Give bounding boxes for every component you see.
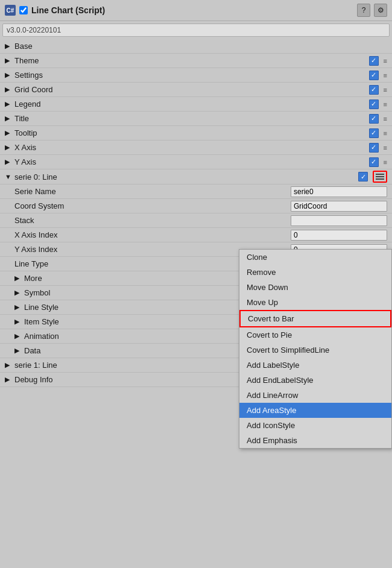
prop-value-theme: ✓ ≡ [369,56,387,66]
menu-icon-title[interactable]: ≡ [384,115,387,122]
menu-icon-settings[interactable]: ≡ [384,72,387,79]
prop-label-xaxis: X Axis [14,143,369,152]
ctx-item-add-areastyle[interactable]: Add AreaStyle [239,403,391,418]
prop-label-base: Base [14,42,387,51]
prop-row-coord-system: Coord System [0,199,392,213]
prop-value-stack [291,215,387,226]
expand-arrow-tooltip: ▶ [5,129,12,137]
prop-label-settings: Settings [14,71,369,80]
expand-arrow-line-style: ▶ [14,303,22,311]
prop-value-yaxis: ✓ ≡ [369,157,387,167]
header: C# Line Chart (Script) ? ⚙ [0,0,392,21]
cs-icon: C# [5,5,16,16]
prop-label-xaxis-index: X Axis Index [14,230,291,239]
expand-arrow-theme: ▶ [5,57,12,65]
context-menu: Clone Remove Move Down Move Up Covert to… [239,249,392,449]
help-button[interactable]: ? [357,4,370,17]
input-serie-name[interactable] [291,186,387,197]
prop-row-tooltip[interactable]: ▶ Tooltip ✓ ≡ [0,126,392,140]
expand-arrow-more: ▶ [14,274,22,282]
prop-value-serie-name [291,186,387,197]
checkbox-settings[interactable]: ✓ [369,71,379,80]
ctx-item-covert-bar[interactable]: Covert to Bar [239,310,391,327]
prop-value-legend: ✓ ≡ [369,99,387,109]
expand-arrow-serie0: ▼ [5,173,12,180]
checkbox-theme[interactable]: ✓ [369,56,379,66]
prop-value-tooltip: ✓ ≡ [369,128,387,138]
prop-row-serie0[interactable]: ▼ serie 0: Line ✓ [0,169,392,185]
prop-row-legend[interactable]: ▶ Legend ✓ ≡ [0,97,392,112]
prop-row-xaxis-index: X Axis Index [0,228,392,242]
prop-value-xaxis: ✓ ≡ [369,143,387,153]
prop-row-xaxis[interactable]: ▶ X Axis ✓ ≡ [0,140,392,155]
ctx-item-add-iconstyle[interactable]: Add IconStyle [239,418,391,433]
checkbox-tooltip[interactable]: ✓ [369,128,379,138]
ctx-item-move-down[interactable]: Move Down [239,280,391,295]
menu-icon-xaxis[interactable]: ≡ [384,144,387,151]
expand-arrow-gridcoord: ▶ [5,86,12,93]
prop-row-gridcoord[interactable]: ▶ Grid Coord ✓ ≡ [0,83,392,97]
menu-icon-theme[interactable]: ≡ [384,57,387,65]
prop-label-legend: Legend [14,99,369,109]
expand-arrow-animation: ▶ [14,332,22,340]
input-coord-system[interactable] [291,201,387,212]
header-checkbox[interactable] [19,6,28,14]
prop-value-coord-system [291,201,387,212]
menu-icon-gridcoord[interactable]: ≡ [384,86,387,93]
ctx-item-add-endlabelstyle[interactable]: Add EndLabelStyle [239,373,391,388]
ctx-item-clone[interactable]: Clone [239,250,391,265]
checkbox-serie0[interactable]: ✓ [358,172,368,181]
prop-label-yaxis: Y Axis [14,157,369,166]
content-area: ▶ Base ▶ Theme ✓ ≡ ▶ Settings ✓ ≡ ▶ Grid… [0,39,392,387]
prop-row-settings[interactable]: ▶ Settings ✓ ≡ [0,68,392,83]
checkbox-gridcoord[interactable]: ✓ [369,85,379,95]
prop-value-serie0: ✓ [358,171,387,183]
prop-row-title[interactable]: ▶ Title ✓ ≡ [0,112,392,126]
prop-label-serie-name: Serie Name [14,187,291,196]
ctx-item-add-labelstyle[interactable]: Add LabelStyle [239,358,391,373]
expand-arrow-item-style: ▶ [14,318,22,326]
prop-row-theme[interactable]: ▶ Theme ✓ ≡ [0,54,392,68]
ctx-item-add-emphasis[interactable]: Add Emphasis [239,433,391,448]
prop-value-settings: ✓ ≡ [369,71,387,80]
prop-value-gridcoord: ✓ ≡ [369,85,387,95]
prop-label-gridcoord: Grid Coord [14,85,369,94]
checkbox-xaxis[interactable]: ✓ [369,143,379,153]
menu-icon-tooltip[interactable]: ≡ [384,130,387,137]
expand-arrow-xaxis: ▶ [5,144,12,151]
ctx-item-remove[interactable]: Remove [239,265,391,280]
prop-label-tooltip: Tooltip [14,128,369,137]
expand-arrow-base: ▶ [5,42,12,50]
prop-row-base[interactable]: ▶ Base [0,39,392,54]
expand-arrow-data: ▶ [14,347,22,355]
input-stack[interactable] [291,215,387,226]
expand-arrow-serie1: ▶ [5,361,12,369]
prop-value-xaxis-index [291,230,387,241]
settings-button[interactable]: ⚙ [374,4,387,17]
expand-arrow-legend: ▶ [5,100,12,108]
menu-icon-serie0[interactable] [373,171,387,183]
menu-icon-yaxis[interactable]: ≡ [384,159,387,166]
checkbox-legend[interactable]: ✓ [369,99,379,109]
expand-arrow-symbol: ▶ [14,289,22,297]
checkbox-yaxis[interactable]: ✓ [369,157,379,167]
prop-label-theme: Theme [14,56,369,65]
menu-icon-legend[interactable]: ≡ [384,101,387,108]
prop-label-serie0: serie 0: Line [14,172,358,181]
ctx-item-covert-simplified[interactable]: Covert to SimplifiedLine [239,342,391,358]
checkbox-title[interactable]: ✓ [369,114,379,124]
expand-arrow-title: ▶ [5,115,12,122]
ctx-item-move-up[interactable]: Move Up [239,295,391,310]
prop-label-coord-system: Coord System [14,201,291,210]
expand-arrow-yaxis: ▶ [5,158,12,166]
expand-arrow-debug: ▶ [5,376,12,383]
prop-row-serie-name: Serie Name [0,185,392,199]
prop-label-stack: Stack [14,216,291,225]
header-icons: ? ⚙ [357,4,387,17]
input-xaxis-index[interactable] [291,230,387,241]
expand-arrow-settings: ▶ [5,71,12,79]
ctx-item-add-linearrow[interactable]: Add LineArrow [239,388,391,403]
ctx-item-covert-pie[interactable]: Covert to Pie [239,327,391,342]
prop-row-yaxis[interactable]: ▶ Y Axis ✓ ≡ [0,155,392,169]
prop-label-title: Title [14,114,369,123]
